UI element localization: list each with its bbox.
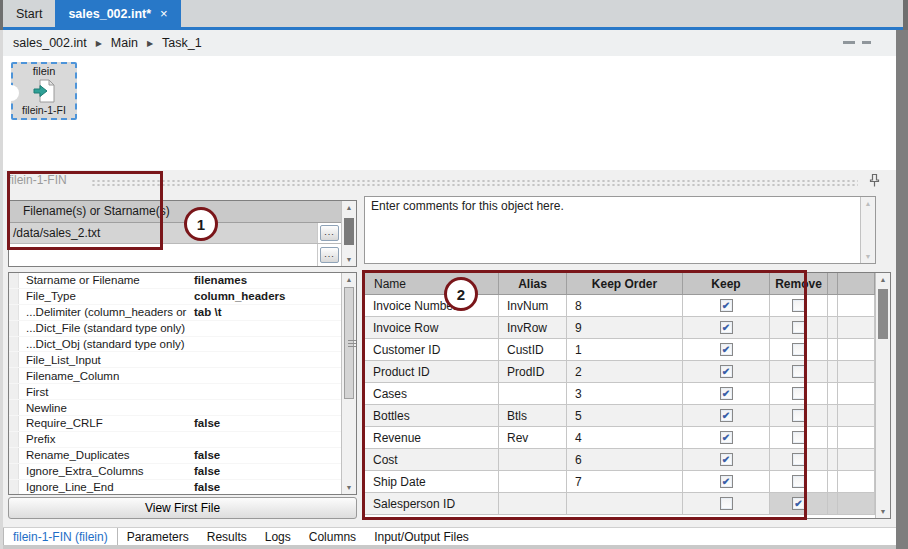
keep-checkbox[interactable] [720, 475, 733, 488]
property-grid-scrollbar[interactable]: ▲ ▼ [341, 273, 356, 494]
remove-checkbox[interactable] [792, 387, 805, 400]
remove-checkbox[interactable] [792, 431, 805, 444]
keep-checkbox[interactable] [720, 321, 733, 334]
scroll-up-icon[interactable]: ▲ [346, 276, 353, 283]
property-row[interactable]: Filename_Column [9, 368, 341, 384]
property-value[interactable]: column_headers [189, 290, 341, 302]
property-row[interactable]: ...Delimiter (column_headers ortab \t [9, 305, 341, 321]
view-first-file-button[interactable]: View First File [8, 497, 357, 519]
scrollbar-thumb[interactable] [344, 287, 354, 399]
filename-value[interactable] [9, 244, 317, 266]
cell-name[interactable]: Invoice Row [365, 317, 499, 339]
property-row[interactable]: File_List_Input [9, 352, 341, 368]
table-row[interactable]: Invoice RowInvRow9 [365, 317, 890, 339]
workflow-canvas[interactable]: filein filein-1-FI [3, 56, 896, 170]
table-row[interactable]: Cost6 [365, 449, 890, 471]
tab-logs[interactable]: Logs [256, 528, 300, 545]
remove-checkbox[interactable] [792, 299, 805, 312]
cell-keep-order[interactable]: 3 [567, 383, 683, 405]
breadcrumb-item-file[interactable]: sales_002.int [13, 36, 87, 50]
scroll-up-icon[interactable]: ▲ [346, 204, 353, 211]
cell-name[interactable]: Product ID [365, 361, 499, 383]
cell-name[interactable]: Cases [365, 383, 499, 405]
cell-name[interactable]: Revenue [365, 427, 499, 449]
browse-button[interactable]: ... [320, 225, 339, 241]
property-row[interactable]: First [9, 384, 341, 400]
scrollbar-thumb[interactable] [878, 289, 888, 339]
property-value[interactable]: tab \t [189, 306, 341, 318]
close-icon[interactable]: × [160, 6, 168, 21]
collapse-icon[interactable] [843, 41, 855, 44]
cell-alias[interactable] [499, 471, 567, 493]
property-value[interactable]: filenames [189, 274, 341, 286]
filein-node[interactable]: filein filein-1-FI [11, 62, 77, 120]
cell-name[interactable]: Salesperson ID [365, 493, 499, 515]
tab-filein-1-fin[interactable]: filein-1-FIN (filein) [3, 528, 118, 545]
property-row[interactable]: File_Typecolumn_headers [9, 289, 341, 305]
breadcrumb-item-main[interactable]: Main [111, 36, 138, 50]
property-row[interactable]: Prefix [9, 432, 341, 448]
cell-alias[interactable]: InvRow [499, 317, 567, 339]
table-row[interactable]: Invoice NumberInvNum8 [365, 295, 890, 317]
cell-keep-order[interactable] [567, 493, 683, 515]
cell-name[interactable]: Customer ID [365, 339, 499, 361]
column-header-keep-order[interactable]: Keep Order [567, 273, 683, 294]
columns-table-scrollbar[interactable]: ▲ ▼ [875, 273, 890, 518]
property-row[interactable]: Require_CRLFfalse [9, 416, 341, 432]
tab-start[interactable]: Start [3, 0, 55, 27]
table-row[interactable]: Customer IDCustID1 [365, 339, 890, 361]
keep-checkbox[interactable] [720, 453, 733, 466]
tab-results[interactable]: Results [198, 528, 256, 545]
cell-alias[interactable]: InvNum [499, 295, 567, 317]
cell-keep-order[interactable]: 1 [567, 339, 683, 361]
scroll-down-icon[interactable]: ▼ [880, 508, 887, 515]
tab-parameters[interactable]: Parameters [118, 528, 198, 545]
table-row[interactable]: RevenueRev4 [365, 427, 890, 449]
column-header-name[interactable]: Name [365, 273, 499, 294]
keep-checkbox[interactable] [720, 365, 733, 378]
tab-sales-002[interactable]: sales_002.int* × [55, 0, 180, 27]
scroll-up-icon[interactable]: ▲ [865, 200, 872, 207]
tab-columns[interactable]: Columns [300, 528, 365, 545]
column-header-alias[interactable]: Alias [499, 273, 567, 294]
cell-name[interactable]: Cost [365, 449, 499, 471]
browse-button[interactable]: ... [320, 247, 339, 263]
table-row[interactable]: Ship Date7 [365, 471, 890, 493]
property-row[interactable]: Ignore_Line_Endfalse [9, 480, 341, 494]
property-row[interactable]: Ignore_Extra_Columnsfalse [9, 464, 341, 480]
remove-checkbox[interactable] [792, 365, 805, 378]
cell-keep-order[interactable]: 6 [567, 449, 683, 471]
cell-alias[interactable]: CustID [499, 339, 567, 361]
remove-checkbox[interactable] [792, 343, 805, 356]
property-value[interactable]: false [189, 465, 341, 477]
filename-value[interactable]: /data/sales_2.txt [9, 223, 317, 244]
cell-keep-order[interactable]: 9 [567, 317, 683, 339]
column-header-remove[interactable]: Remove [770, 273, 828, 294]
scroll-down-icon[interactable]: ▼ [346, 484, 353, 491]
table-row[interactable]: BottlesBtls5 [365, 405, 890, 427]
scrollbar-thumb[interactable] [344, 218, 354, 245]
remove-checkbox[interactable] [792, 497, 805, 510]
property-value[interactable]: false [189, 449, 341, 461]
comments-scrollbar[interactable]: ▲ ▼ [860, 197, 875, 263]
cell-keep-order[interactable]: 4 [567, 427, 683, 449]
cell-keep-order[interactable]: 7 [567, 471, 683, 493]
cell-alias[interactable] [499, 383, 567, 405]
property-row[interactable]: Newline [9, 400, 341, 416]
breadcrumb-item-task[interactable]: Task_1 [162, 36, 202, 50]
column-header-keep[interactable]: Keep [683, 273, 770, 294]
remove-checkbox[interactable] [792, 321, 805, 334]
property-value[interactable]: false [189, 417, 341, 429]
remove-checkbox[interactable] [792, 409, 805, 422]
property-value[interactable]: false [189, 481, 341, 493]
scroll-down-icon[interactable]: ▼ [346, 256, 353, 263]
cell-name[interactable]: Ship Date [365, 471, 499, 493]
keep-checkbox[interactable] [720, 387, 733, 400]
cell-alias[interactable]: Rev [499, 427, 567, 449]
remove-checkbox[interactable] [792, 475, 805, 488]
cell-name[interactable]: Invoice Number [365, 295, 499, 317]
keep-checkbox[interactable] [720, 431, 733, 444]
cell-alias[interactable] [499, 493, 567, 515]
table-row[interactable]: Salesperson ID [365, 493, 890, 515]
property-row[interactable]: ...Dict_File (standard type only) [9, 321, 341, 337]
